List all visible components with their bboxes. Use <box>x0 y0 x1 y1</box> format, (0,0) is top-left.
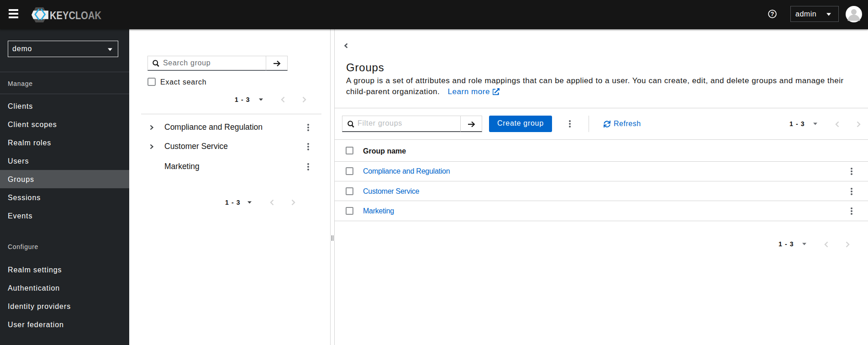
svg-text:?: ? <box>771 11 774 17</box>
svg-text:KEYCLOAK: KEYCLOAK <box>50 10 101 21</box>
